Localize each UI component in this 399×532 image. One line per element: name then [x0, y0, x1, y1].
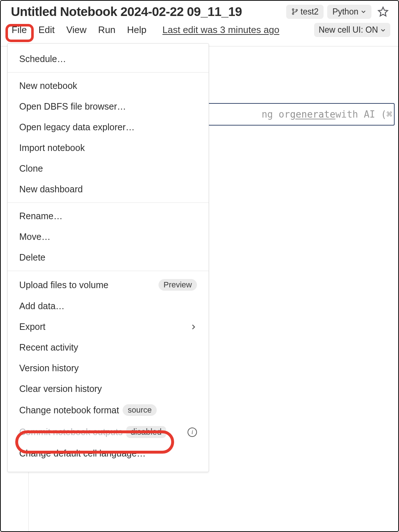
format-badge: source — [123, 404, 157, 416]
menuitem-label: Commit notebook outputs — [19, 427, 123, 437]
menuitem-new-notebook[interactable]: New notebook — [8, 75, 209, 96]
menuitem-label: Export — [19, 322, 45, 332]
info-icon[interactable]: i — [188, 427, 197, 437]
menuitem-recent-activity[interactable]: Recent activity — [8, 337, 209, 358]
menuitem-upload-volume[interactable]: Upload files to volume Preview — [8, 274, 209, 296]
chevron-down-icon — [361, 9, 366, 15]
menuitem-label: Rename… — [19, 211, 63, 221]
menuitem-label: Delete — [19, 252, 45, 263]
menuitem-new-dashboard[interactable]: New dashboard — [8, 179, 209, 200]
menuitem-label: Clone — [19, 163, 43, 174]
menuitem-change-notebook-format[interactable]: Change notebook format source — [8, 399, 209, 421]
menuitem-export[interactable]: Export — [8, 316, 209, 337]
disabled-badge: disabled — [126, 426, 166, 438]
new-cell-ui-toggle[interactable]: New cell UI: ON — [314, 23, 390, 37]
menuitem-label: Upload files to volume — [19, 280, 108, 290]
header: Untitled Notebook 2024-02-22 09_11_19 te… — [1, 1, 398, 41]
star-icon[interactable] — [375, 6, 390, 17]
language-label: Python — [332, 7, 358, 17]
menuitem-open-dbfs[interactable]: Open DBFS file browser… — [8, 96, 209, 117]
placeholder-text-tail: with AI (⌘ + I)... — [336, 109, 395, 120]
menu-run[interactable]: Run — [98, 23, 116, 37]
menuitem-open-legacy[interactable]: Open legacy data explorer… — [8, 117, 209, 138]
menuitem-label: Import notebook — [19, 143, 85, 153]
language-chip[interactable]: Python — [327, 5, 371, 19]
svg-point-1 — [292, 13, 294, 15]
file-dropdown: Schedule… New notebook Open DBFS file br… — [7, 43, 209, 472]
menu-file[interactable]: File — [11, 23, 28, 37]
menuitem-clear-version-history[interactable]: Clear version history — [8, 378, 209, 399]
preview-badge: Preview — [159, 279, 197, 291]
last-edit-link[interactable]: Last edit was 3 minutes ago — [163, 24, 279, 36]
menuitem-label: Move… — [19, 232, 50, 242]
menuitem-version-history[interactable]: Version history — [8, 358, 209, 378]
menuitem-label: New notebook — [19, 81, 77, 91]
git-branch-label: test2 — [301, 7, 319, 17]
menuitem-label: Change notebook format — [19, 405, 119, 416]
svg-point-0 — [292, 9, 294, 10]
placeholder-text-mid: ng or — [262, 109, 290, 120]
menuitem-change-default-cell-language[interactable]: Change default cell language… — [8, 443, 209, 464]
chevron-right-icon — [190, 323, 197, 331]
menuitem-label: Open DBFS file browser… — [19, 101, 126, 112]
menuitem-delete[interactable]: Delete — [8, 247, 209, 268]
menuitem-label: Schedule… — [19, 54, 66, 64]
menu-edit[interactable]: Edit — [38, 23, 55, 37]
menuitem-label: Clear version history — [19, 384, 102, 394]
menuitem-move[interactable]: Move… — [8, 226, 209, 247]
menuitem-label: Change default cell language… — [19, 448, 146, 459]
menu-help[interactable]: Help — [126, 23, 147, 37]
page-title[interactable]: Untitled Notebook 2024-02-22 09_11_19 — [11, 4, 242, 19]
menuitem-label: New dashboard — [19, 184, 83, 195]
svg-point-2 — [296, 9, 297, 11]
git-branch-chip[interactable]: test2 — [286, 5, 324, 19]
menuitem-schedule[interactable]: Schedule… — [8, 49, 209, 69]
menuitem-label: Recent activity — [19, 342, 78, 353]
menu-view[interactable]: View — [66, 23, 87, 37]
menuitem-add-data[interactable]: Add data… — [8, 296, 209, 316]
menuitem-label: Open legacy data explorer… — [19, 122, 135, 132]
placeholder-text-generate: generate — [290, 109, 335, 120]
menuitem-clone[interactable]: Clone — [8, 158, 209, 179]
menuitem-label: Version history — [19, 363, 79, 373]
menuitem-import-notebook[interactable]: Import notebook — [8, 138, 209, 158]
git-branch-icon — [291, 8, 299, 15]
chevron-down-icon — [380, 27, 386, 33]
menuitem-commit-notebook-outputs: Commit notebook outputs disabled i — [8, 421, 209, 443]
menuitem-rename[interactable]: Rename… — [8, 206, 209, 226]
menuitem-label: Add data… — [19, 301, 65, 311]
new-cell-ui-label: New cell UI: ON — [318, 25, 378, 35]
